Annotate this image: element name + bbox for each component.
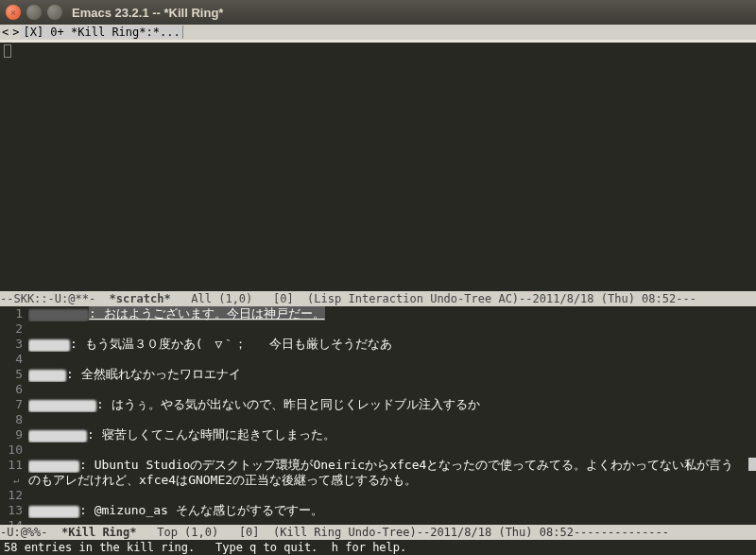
line-content: .: Ubuntu Studioのデスクトップ環境がOneiricからxfce4… xyxy=(28,458,756,473)
window-title: Emacs 23.2.1 -- *Kill Ring* xyxy=(72,6,223,20)
line-number: 10 xyxy=(0,442,23,458)
line-content xyxy=(28,352,756,367)
redacted-username: . xyxy=(28,370,66,382)
tab-kill-ring[interactable]: [X] 0+ *Kill Ring*:*... xyxy=(21,26,182,39)
line-number: 9 xyxy=(0,427,23,442)
kill-ring-line[interactable]: 8 xyxy=(0,412,756,427)
modeline-buffer-name: *scratch* xyxy=(110,292,171,305)
minimize-icon[interactable] xyxy=(26,5,42,20)
tab-next-arrow[interactable]: > xyxy=(10,26,21,39)
line-content: .: 寝苦しくてこんな時間に起きてしまった。 xyxy=(28,427,756,442)
line-content xyxy=(28,442,756,458)
line-content xyxy=(28,412,756,427)
kill-ring-line[interactable]: 9.: 寝苦しくてこんな時間に起きてしまった。 xyxy=(0,427,756,442)
kill-ring-line[interactable]: ↵のもアレだけれど、xfce4はGNOME2の正当な後継って感じするかも。 xyxy=(0,473,756,488)
echo-area: 58 entries in the kill ring. Type q to q… xyxy=(0,540,756,555)
line-number: 11 xyxy=(0,458,23,473)
line-text: : @mizuno_as そんな感じがするですー。 xyxy=(79,503,323,517)
line-text: : 全然眠れなかったワロエナイ xyxy=(66,367,241,381)
line-content xyxy=(28,488,756,503)
redacted-username: . xyxy=(28,506,79,518)
kill-ring-line[interactable]: 1.: おはようございます。今日は神戸だー。 xyxy=(0,306,756,321)
line-number: 3 xyxy=(0,337,23,352)
line-text: : 寝苦しくてこんな時間に起きてしまった。 xyxy=(87,427,335,442)
line-text: のもアレだけれど、xfce4はGNOME2の正当な後継って感じするかも。 xyxy=(28,473,417,487)
kill-ring-line[interactable]: 6 xyxy=(0,382,756,397)
line-text: : おはようございます。今日は神戸だー。 xyxy=(89,306,325,321)
line-number: 6 xyxy=(0,382,23,397)
text-cursor xyxy=(4,44,11,58)
close-icon[interactable]: × xyxy=(6,5,21,20)
kill-ring-line[interactable]: 7.: はうぅ。やる気が出ないので、昨日と同じくレッドブル注入するか xyxy=(0,397,756,412)
line-text: : もう気温３０度かあ( ▽｀； 今日も厳しそうだなあ xyxy=(70,337,392,351)
line-content xyxy=(28,321,756,337)
redacted-username: . xyxy=(28,460,79,473)
kill-ring-modeline[interactable]: -U:@%%- *Kill Ring* Top (1,0) [0] (Kill … xyxy=(0,525,756,540)
kill-ring-line[interactable]: 14 xyxy=(0,518,756,525)
kill-ring-line[interactable]: 5.: 全然眠れなかったワロエナイ xyxy=(0,367,756,382)
line-number: 13 xyxy=(0,503,23,518)
redacted-username: . xyxy=(28,339,70,352)
kill-ring-line[interactable]: 12 xyxy=(0,488,756,503)
kill-ring-buffer[interactable]: 1.: おはようございます。今日は神戸だー。23.: もう気温３０度かあ( ▽｀… xyxy=(0,306,756,525)
kill-ring-line[interactable]: 2 xyxy=(0,321,756,337)
window-controls: × xyxy=(6,5,62,20)
line-number: 8 xyxy=(0,412,23,427)
continuation-icon: ↵ xyxy=(13,473,19,488)
kill-ring-line[interactable]: 11.: Ubuntu Studioのデスクトップ環境がOneiricからxfc… xyxy=(0,458,756,473)
line-number: 1 xyxy=(0,306,23,321)
line-number xyxy=(0,473,23,488)
tab-prev-arrow[interactable]: < xyxy=(0,26,10,39)
line-number: 2 xyxy=(0,321,23,337)
line-number: 7 xyxy=(0,397,23,412)
line-content: .: おはようございます。今日は神戸だー。 xyxy=(28,306,756,321)
line-content: .: 全然眠れなかったワロエナイ xyxy=(28,367,756,382)
line-content: のもアレだけれど、xfce4はGNOME2の正当な後継って感じするかも。 xyxy=(28,473,756,488)
scratch-modeline[interactable]: --SKK::-U:@**- *scratch* All (1,0) [0] (… xyxy=(0,291,756,306)
titlebar: × Emacs 23.2.1 -- *Kill Ring* xyxy=(0,0,756,25)
wrap-indicator xyxy=(748,458,756,471)
redacted-username: . xyxy=(28,309,89,321)
kill-ring-line[interactable]: 3.: もう気温３０度かあ( ▽｀； 今日も厳しそうだなあ xyxy=(0,337,756,352)
maximize-icon[interactable] xyxy=(47,5,62,20)
line-content: .: @mizuno_as そんな感じがするですー。 xyxy=(28,503,756,518)
line-content: .: もう気温３０度かあ( ▽｀； 今日も厳しそうだなあ xyxy=(28,337,756,352)
modeline-buffer-name: *Kill Ring* xyxy=(61,526,136,539)
line-text: : Ubuntu Studioのデスクトップ環境がOneiricからxfce4と… xyxy=(79,458,733,472)
redacted-username: . xyxy=(28,400,96,412)
line-number: 5 xyxy=(0,367,23,382)
line-number: 14 xyxy=(0,518,23,525)
line-number: 12 xyxy=(0,488,23,503)
scratch-buffer[interactable] xyxy=(0,43,756,291)
kill-ring-line[interactable]: 13.: @mizuno_as そんな感じがするですー。 xyxy=(0,503,756,518)
kill-ring-line[interactable]: 10 xyxy=(0,442,756,458)
line-content: .: はうぅ。やる気が出ないので、昨日と同じくレッドブル注入するか xyxy=(28,397,756,412)
line-number: 4 xyxy=(0,352,23,367)
line-content xyxy=(28,382,756,397)
line-text: : はうぅ。やる気が出ないので、昨日と同じくレッドブル注入するか xyxy=(96,397,480,411)
tab-bar[interactable]: <>[X] 0+ *Kill Ring*:*... xyxy=(0,25,756,40)
editor-frame: <>[X] 0+ *Kill Ring*:*... --SKK::-U:@**-… xyxy=(0,25,756,555)
line-content xyxy=(28,518,756,525)
redacted-username: . xyxy=(28,430,87,442)
kill-ring-line[interactable]: 4 xyxy=(0,352,756,367)
